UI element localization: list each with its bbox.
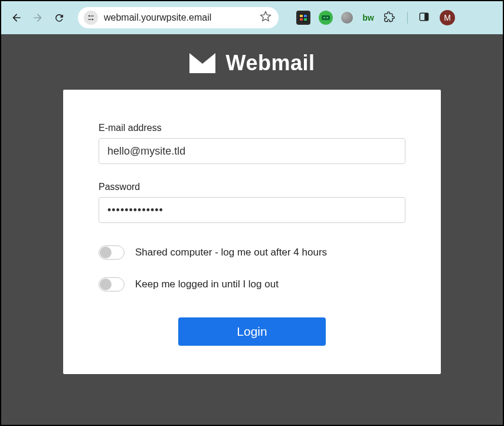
svg-rect-3 [88, 19, 91, 19]
svg-rect-10 [424, 13, 428, 21]
reload-button[interactable] [52, 11, 66, 25]
email-field[interactable] [99, 138, 405, 164]
svg-point-2 [92, 19, 94, 21]
profile-avatar[interactable]: M [440, 10, 455, 25]
keep-logged-label: Keep me logged in until I log out [135, 278, 279, 290]
address-bar[interactable]: webmail.yourwpsite.email [78, 7, 279, 28]
brand-header: Webmail [1, 51, 503, 76]
toolbar-divider [407, 12, 408, 24]
svg-rect-8 [304, 18, 307, 21]
side-panel-icon [418, 11, 430, 22]
svg-rect-5 [300, 15, 303, 17]
shared-computer-label: Shared computer - log me out after 4 hou… [135, 247, 327, 258]
forward-button[interactable] [31, 11, 45, 25]
back-button[interactable] [9, 11, 24, 25]
extension-icons: bw M [296, 10, 455, 25]
email-label: E-mail address [99, 123, 405, 133]
star-icon [260, 11, 271, 22]
toggle-knob [100, 278, 112, 290]
page-content: Webmail E-mail address Password Shared c… [1, 34, 503, 425]
svg-point-0 [89, 15, 90, 17]
toggle-knob [100, 247, 112, 258]
arrow-left-icon [11, 12, 22, 24]
bookmark-button[interactable] [260, 11, 271, 25]
svg-rect-7 [300, 18, 303, 21]
puzzle-icon [384, 11, 395, 23]
extension-icon-2[interactable] [319, 11, 333, 25]
mail-icon [189, 53, 215, 73]
svg-rect-1 [90, 16, 93, 17]
reload-icon [54, 12, 65, 24]
svg-rect-6 [304, 15, 307, 17]
keep-logged-row: Keep me logged in until I log out [99, 277, 405, 291]
shared-computer-toggle[interactable] [99, 245, 125, 260]
brand-title: Webmail [226, 51, 315, 76]
extension-icon-3[interactable] [341, 12, 353, 24]
password-field[interactable] [99, 197, 405, 223]
keep-logged-toggle[interactable] [99, 277, 125, 291]
extensions-button[interactable] [384, 11, 397, 24]
svg-rect-4 [299, 13, 308, 22]
login-card: E-mail address Password Shared computer … [63, 90, 441, 374]
password-label: Password [99, 182, 405, 192]
arrow-right-icon [32, 12, 44, 24]
shared-computer-row: Shared computer - log me out after 4 hou… [99, 245, 405, 260]
browser-toolbar: webmail.yourwpsite.email bw M [1, 1, 503, 34]
extension-icon-1[interactable] [296, 11, 310, 25]
site-settings-icon[interactable] [84, 11, 98, 25]
extension-icon-4[interactable]: bw [361, 11, 375, 25]
login-button[interactable]: Login [178, 317, 326, 346]
side-panel-button[interactable] [418, 11, 431, 24]
url-text: webmail.yourwpsite.email [104, 12, 260, 23]
